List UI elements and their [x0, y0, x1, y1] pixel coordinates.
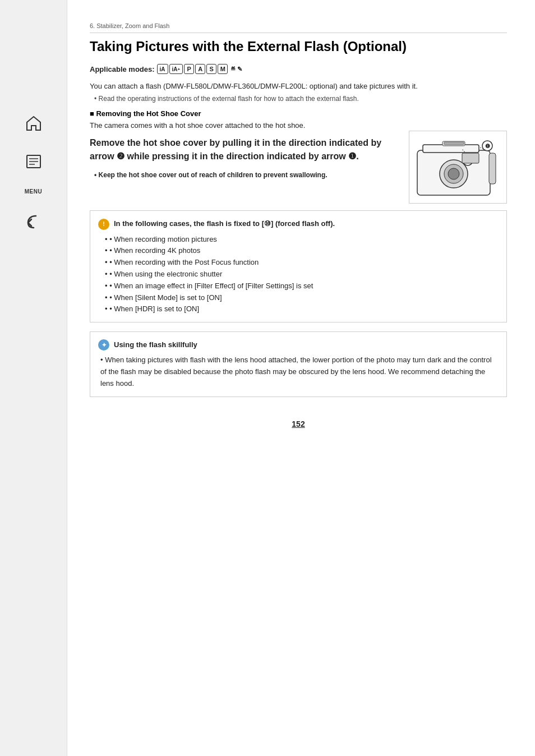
- mode-P: P: [184, 64, 194, 74]
- mode-iAplus: iA+: [169, 64, 183, 74]
- section-subtext: The camera comes with a hot shoe cover a…: [90, 120, 507, 131]
- main-content: 6. Stabilizer, Zoom and Flash Taking Pic…: [67, 0, 535, 756]
- svg-point-8: [448, 168, 459, 179]
- mode-iA: iA: [157, 64, 168, 74]
- camera-illustration: ❶ ❷: [409, 131, 507, 204]
- notice-items-list: • When recording motion pictures • When …: [98, 234, 499, 316]
- warning-note: Keep the hot shoe cover out of reach of …: [90, 170, 400, 180]
- tip-box: ✦ Using the flash skillfully • When taki…: [90, 331, 507, 397]
- notice-header-text: In the following cases, the flash is fix…: [114, 218, 335, 230]
- mode-S: S: [206, 64, 216, 74]
- notice-item-5: • When an image effect in [Filter Effect…: [98, 280, 499, 292]
- tip-text: • When taking pictures with flash with t…: [98, 354, 499, 389]
- notice-item-2: • When recording 4K photos: [98, 245, 499, 257]
- tip-icon: ✦: [98, 339, 109, 351]
- svg-text:❶: ❶: [485, 143, 490, 149]
- home-icon[interactable]: [22, 112, 45, 135]
- back-icon[interactable]: [22, 210, 45, 233]
- applicable-modes: Applicable modes: iA iA+ P A S M ≝ ✎: [90, 64, 507, 74]
- mode-M: M: [218, 64, 228, 74]
- page-title: Taking Pictures with the External Flash …: [90, 38, 507, 55]
- notice-icon: !: [98, 219, 109, 230]
- notice-item-4: • When using the electronic shutter: [98, 269, 499, 280]
- menu-text[interactable]: MENU: [25, 188, 42, 195]
- svg-rect-17: [462, 153, 479, 163]
- notice-box: ! In the following cases, the flash is f…: [90, 210, 507, 322]
- notice-item-3: • When recording with the Post Focus fun…: [98, 257, 499, 269]
- mode-extra: ≝ ✎: [230, 66, 242, 73]
- instruction-bold: Remove the hot shoe cover by pulling it …: [90, 136, 400, 163]
- notice-item-1: • When recording motion pictures: [98, 234, 499, 246]
- instruction-area: Remove the hot shoe cover by pulling it …: [90, 136, 507, 204]
- note1: Read the operating instructions of the e…: [90, 95, 507, 103]
- svg-rect-18: [444, 142, 464, 145]
- notice-item-6: • When [Silent Mode] is set to [ON]: [98, 292, 499, 304]
- instruction-text: Remove the hot shoe cover by pulling it …: [90, 136, 400, 180]
- tip-header-text: Using the flash skillfully: [114, 339, 197, 351]
- mode-A: A: [195, 64, 205, 74]
- modes-row: iA iA+ P A S M ≝ ✎: [157, 64, 243, 74]
- svg-rect-16: [489, 153, 496, 184]
- notice-item-7: • When [HDR] is set to [ON]: [98, 303, 499, 315]
- breadcrumb: 6. Stabilizer, Zoom and Flash: [90, 22, 507, 33]
- main-description: You can attach a flash (DMW-FL580L/DMW-F…: [90, 81, 507, 93]
- page-number: 152: [90, 420, 507, 428]
- section-heading: Removing the Hot Shoe Cover: [90, 109, 507, 118]
- toc-icon[interactable]: [22, 150, 45, 173]
- camera-svg: ❶ ❷: [412, 133, 504, 201]
- notice-header: ! In the following cases, the flash is f…: [98, 218, 499, 230]
- sidebar: MENU: [0, 0, 67, 756]
- applicable-modes-label: Applicable modes:: [90, 65, 155, 73]
- tip-header: ✦ Using the flash skillfully: [98, 339, 499, 351]
